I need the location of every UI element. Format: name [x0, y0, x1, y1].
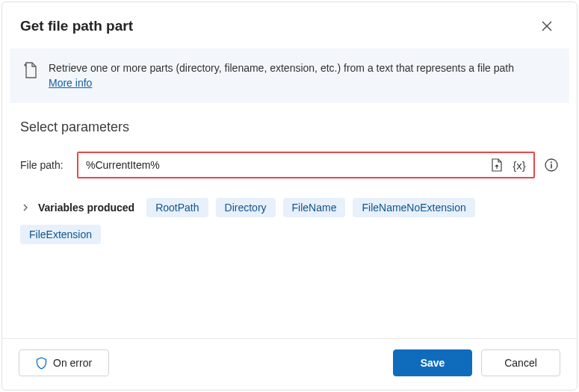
variable-chip-filenamenoext[interactable]: FileNameNoExtension: [353, 198, 474, 217]
close-button[interactable]: [535, 14, 559, 38]
info-description: Retrieve one or more parts (directory, f…: [49, 60, 514, 76]
info-icon: [545, 158, 558, 172]
chevron-right-icon: [22, 204, 29, 211]
file-path-input-wrap: {x}: [77, 152, 535, 178]
save-button[interactable]: Save: [393, 349, 472, 376]
variables-produced-row: Variables produced RootPath Directory Fi…: [20, 198, 559, 244]
file-path-label: File path:: [20, 159, 68, 171]
variables-produced-label: Variables produced: [38, 202, 134, 214]
variables-expand-toggle[interactable]: [20, 204, 31, 211]
close-icon: [542, 21, 552, 31]
svg-point-1: [551, 161, 552, 163]
info-text-block: Retrieve one or more parts (directory, f…: [49, 60, 514, 90]
variable-chip-fileextension[interactable]: FileExtension: [20, 225, 101, 244]
file-picker-button[interactable]: [487, 155, 507, 175]
variable-picker-button[interactable]: {x}: [510, 155, 529, 175]
dialog-footer: On error Save Cancel: [2, 338, 577, 390]
variable-icon: {x}: [513, 159, 526, 172]
dialog-body: Select parameters File path: {x}: [2, 103, 577, 338]
on-error-button[interactable]: On error: [19, 349, 109, 376]
variable-chip-directory[interactable]: Directory: [216, 198, 276, 217]
section-heading: Select parameters: [20, 119, 559, 135]
svg-rect-2: [551, 164, 552, 169]
file-path-input[interactable]: [86, 159, 484, 171]
shield-icon: [36, 357, 47, 370]
variable-chip-rootpath[interactable]: RootPath: [146, 198, 208, 217]
on-error-label: On error: [53, 357, 92, 369]
dialog-title: Get file path part: [20, 18, 133, 34]
param-info-button[interactable]: [544, 158, 559, 172]
dialog: Get file path part Retrieve one or more …: [1, 1, 578, 391]
more-info-link[interactable]: More info: [49, 77, 92, 89]
file-icon: [23, 62, 38, 78]
file-picker-icon: [490, 158, 504, 172]
info-banner: Retrieve one or more parts (directory, f…: [10, 49, 569, 103]
cancel-button[interactable]: Cancel: [481, 349, 560, 376]
dialog-header: Get file path part: [2, 2, 577, 49]
footer-right-buttons: Save Cancel: [393, 349, 560, 376]
file-path-row: File path: {x}: [20, 152, 559, 178]
variable-chip-filename[interactable]: FileName: [283, 198, 346, 217]
